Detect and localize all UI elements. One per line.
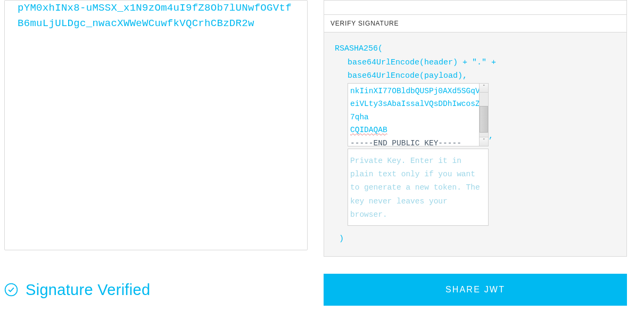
scroll-down-button[interactable]: ˅ [480,137,488,146]
chevron-down-icon: ˅ [483,137,485,145]
public-key-line: CQIDAQAB [350,124,477,137]
private-key-placeholder: Private Key. Enter it in plain text only… [350,157,480,219]
scroll-thumb[interactable] [480,106,488,133]
public-key-content[interactable]: nkIinXI77OBldbQUSPj0AXd5SGqV0y eiVLty3sA… [348,84,479,146]
scroll-track[interactable] [480,93,488,137]
public-key-line: eiVLty3sAbaIssalVQsDDhIwcosZt2 [350,97,477,111]
signature-algo-line: RSASHA256( [332,42,619,56]
public-key-input[interactable]: nkIinXI77OBldbQUSPj0AXd5SGqV0y eiVLty3sA… [348,83,489,146]
public-key-line: nkIinXI77OBldbQUSPj0AXd5SGqV0y [350,85,477,98]
svg-point-0 [5,284,18,296]
public-key-line: 7qha [350,111,477,124]
signature-verified-text: Signature Verified [26,281,150,299]
encoded-token-panel: pYM0xhINx8-uMSSX_x1N9zOm4uI9fZ8Ob7lUNwfO… [4,0,308,250]
verify-signature-section: VERIFY SIGNATURE RSASHA256( base64UrlEnc… [324,14,627,257]
chevron-up-icon: ˄ [483,84,485,92]
encoded-token-signature[interactable]: pYM0xhINx8-uMSSX_x1N9zOm4uI9fZ8Ob7lUNwfO… [18,1,294,32]
signature-payload-encode-line: base64UrlEncode(payload), [332,69,619,83]
signature-header-encode-line: base64UrlEncode(header) + "." + [332,56,619,70]
private-key-input[interactable]: Private Key. Enter it in plain text only… [348,149,489,226]
check-circle-icon [4,283,18,297]
public-key-scrollbar[interactable]: ˄ ˅ [479,84,488,146]
share-jwt-button[interactable]: SHARE JWT [324,274,627,306]
signature-status: Signature Verified [4,281,308,299]
public-key-end-line: -----END PUBLIC KEY----- [350,137,477,145]
scroll-up-button[interactable]: ˄ [480,84,488,93]
comma-separator: , [489,129,493,146]
payload-section-bottom-edge [324,0,627,14]
verify-signature-header: VERIFY SIGNATURE [324,15,626,32]
verify-signature-body: RSASHA256( base64UrlEncode(header) + "."… [324,32,626,256]
decoded-panel: VERIFY SIGNATURE RSASHA256( base64UrlEnc… [324,0,627,257]
closing-paren: ) [332,232,619,246]
